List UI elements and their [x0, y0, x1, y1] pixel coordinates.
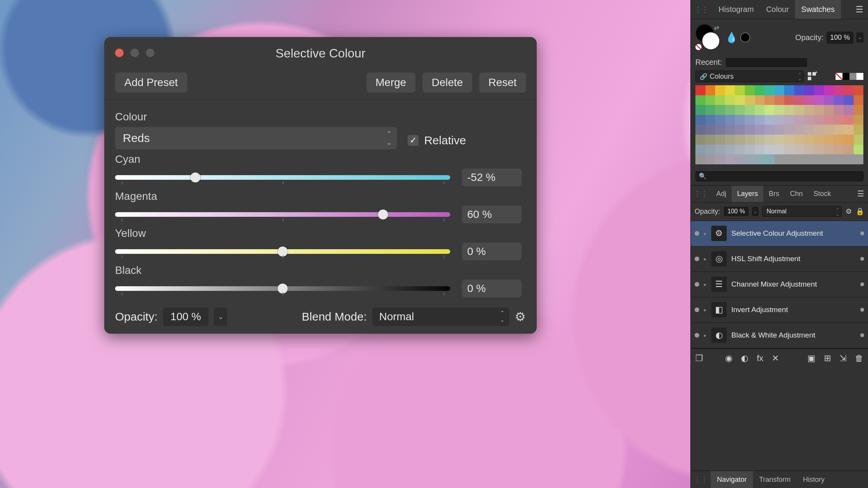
chevron-right-icon[interactable]: ▸: [704, 256, 707, 262]
yellow-value[interactable]: 0 %: [462, 243, 522, 260]
dialog-opacity-dropdown[interactable]: ⌄: [214, 307, 227, 326]
swatch-cell[interactable]: [804, 145, 814, 155]
swatch-cell[interactable]: [695, 154, 705, 164]
swatch-cell[interactable]: [725, 125, 735, 135]
swatch-cell[interactable]: [794, 105, 804, 115]
new-layer-icon[interactable]: ▣: [807, 353, 815, 363]
layer-row[interactable]: ▸☰Channel Mixer Adjustment: [691, 272, 868, 297]
swatch-cell[interactable]: [794, 154, 804, 164]
yellow-slider[interactable]: [115, 249, 450, 254]
swatch-cell[interactable]: [775, 85, 785, 95]
swatch-cell[interactable]: [695, 95, 705, 105]
swatch-cell[interactable]: [854, 115, 864, 125]
swatch-cell[interactable]: [834, 145, 844, 155]
layer-visibility-icon[interactable]: [695, 307, 699, 312]
swatch-cell[interactable]: [844, 115, 854, 125]
layer-row[interactable]: ▸◎HSL Shift Adjustment: [691, 247, 868, 272]
swatch-cell[interactable]: [745, 135, 755, 145]
swatch-cell[interactable]: [735, 154, 745, 164]
tab-adj[interactable]: Adj: [711, 186, 732, 202]
swatch-cell[interactable]: [794, 145, 804, 155]
tab-chn[interactable]: Chn: [785, 186, 808, 202]
swatch-cell[interactable]: [705, 154, 715, 164]
new-pixel-layer-icon[interactable]: ⊞: [824, 353, 831, 363]
swatch-cell[interactable]: [695, 135, 705, 145]
swatch-cell[interactable]: [755, 125, 765, 135]
swatch-palette-select[interactable]: Colours ⌃⌄: [695, 71, 804, 82]
foreground-colour-swatch[interactable]: [702, 32, 719, 49]
recent-colours-strip[interactable]: [726, 58, 807, 67]
chevron-right-icon[interactable]: ▸: [704, 230, 707, 236]
swatch-cell[interactable]: [854, 85, 864, 95]
swatch-opacity-dropdown[interactable]: ⌄: [856, 32, 863, 42]
swatch-cell[interactable]: [784, 95, 794, 105]
swatch-cell[interactable]: [705, 135, 715, 145]
layer-blend-select[interactable]: Normal ⌃⌄: [762, 206, 842, 217]
panel-drag-icon[interactable]: ⋮⋮: [691, 5, 712, 14]
swatch-cell[interactable]: [735, 105, 745, 115]
swatch-cell[interactable]: [715, 85, 725, 95]
relative-checkbox[interactable]: ✓: [408, 135, 419, 146]
swatch-cell[interactable]: [854, 95, 864, 105]
swatch-cell[interactable]: [705, 115, 715, 125]
swatch-cell[interactable]: [824, 145, 834, 155]
tab-navigator[interactable]: Navigator: [711, 471, 753, 488]
swatch-cell[interactable]: [755, 135, 765, 145]
tab-swatches[interactable]: Swatches: [795, 0, 841, 19]
swatch-cell[interactable]: [784, 125, 794, 135]
tab-stock[interactable]: Stock: [808, 186, 836, 202]
swatch-cell[interactable]: [775, 105, 785, 115]
swatch-cell[interactable]: [735, 145, 745, 155]
swatch-cell[interactable]: [695, 105, 705, 115]
swatch-cell[interactable]: [745, 145, 755, 155]
swatch-cell[interactable]: [804, 85, 814, 95]
swatch-cell[interactable]: [854, 145, 864, 155]
panel-drag-icon[interactable]: ⋮⋮: [691, 475, 711, 484]
move-inside-icon[interactable]: ⇲: [839, 353, 846, 363]
swatch-cell[interactable]: [775, 95, 785, 105]
swatch-cell[interactable]: [844, 135, 854, 145]
swatch-cell[interactable]: [824, 85, 834, 95]
swatch-cell[interactable]: [854, 125, 864, 135]
swatch-cell[interactable]: [804, 95, 814, 105]
swatch-cell[interactable]: [725, 115, 735, 125]
swatch-cell[interactable]: [755, 115, 765, 125]
crop-icon[interactable]: ✕: [772, 353, 779, 363]
swatch-cell[interactable]: [784, 105, 794, 115]
swatch-cell[interactable]: [814, 85, 824, 95]
swatch-cell[interactable]: [834, 95, 844, 105]
swatch-cell[interactable]: [794, 115, 804, 125]
swatch-cell[interactable]: [765, 145, 775, 155]
swatch-cell[interactable]: [784, 115, 794, 125]
layer-visibility-icon[interactable]: [695, 231, 699, 236]
swatch-cell[interactable]: [804, 135, 814, 145]
swatch-cell[interactable]: [854, 105, 864, 115]
swatch-cell[interactable]: [775, 125, 785, 135]
cyan-slider[interactable]: [115, 175, 450, 180]
swatch-cell[interactable]: [775, 135, 785, 145]
swatch-cell[interactable]: [844, 145, 854, 155]
swatch-cell[interactable]: [834, 105, 844, 115]
black-value[interactable]: 0 %: [462, 280, 522, 297]
swatch-cell[interactable]: [695, 115, 705, 125]
swatch-cell[interactable]: [715, 105, 725, 115]
swatch-cell[interactable]: [705, 85, 715, 95]
swatch-cell[interactable]: [705, 145, 715, 155]
swatch-cell[interactable]: [745, 105, 755, 115]
swatch-cell[interactable]: [695, 85, 705, 95]
swatch-opacity-input[interactable]: 100 %: [827, 32, 853, 44]
swatch-cell[interactable]: [745, 95, 755, 105]
tab-brs[interactable]: Brs: [763, 186, 785, 202]
swatch-cell[interactable]: [715, 125, 725, 135]
swatch-cell[interactable]: [804, 115, 814, 125]
swatch-cell[interactable]: [804, 154, 814, 164]
swatch-cell[interactable]: [844, 154, 854, 164]
swatch-cell[interactable]: [775, 145, 785, 155]
add-swatch-icon[interactable]: [808, 72, 816, 81]
swatch-cell[interactable]: [775, 154, 785, 164]
swatch-cell[interactable]: [755, 85, 765, 95]
swatch-cell[interactable]: [735, 85, 745, 95]
swap-colours-icon[interactable]: ⇄: [714, 24, 719, 31]
swatch-cell[interactable]: [844, 105, 854, 115]
swatch-cell[interactable]: [794, 125, 804, 135]
